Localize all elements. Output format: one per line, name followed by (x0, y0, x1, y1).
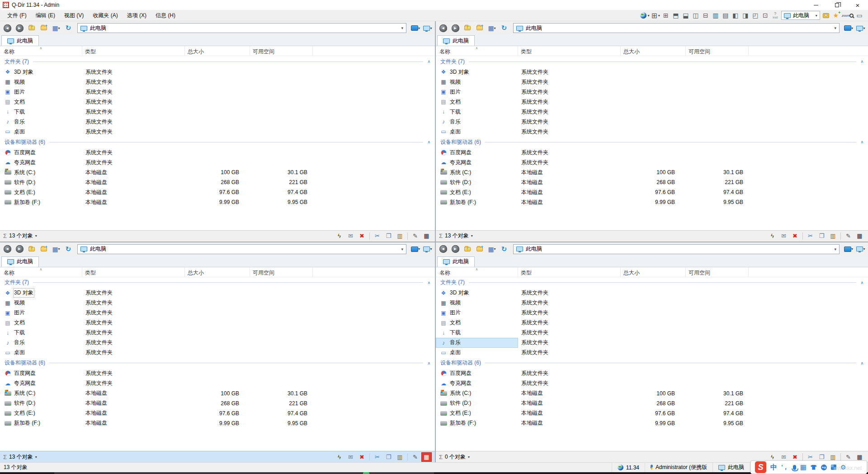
ime-settings-button[interactable]: ⚙ (840, 464, 846, 471)
item-name-cell[interactable]: 系统 (C:) (436, 167, 518, 177)
list-item[interactable]: ▣图片系统文件夹 (0, 87, 435, 97)
list-item[interactable]: 文档 (E:)本地磁盘97.6 GB97.4 GB (0, 408, 435, 418)
list-item[interactable]: ▭桌面系统文件夹 (436, 348, 868, 358)
column-header-0[interactable]: 名称∧ (0, 46, 82, 56)
send-mail-button[interactable]: ✉ (778, 231, 789, 241)
copy-button[interactable]: ❐ (816, 231, 827, 241)
item-name-cell[interactable]: 系统 (C:) (0, 167, 82, 177)
list-item[interactable]: ↓下载系统文件夹 (436, 107, 868, 117)
item-name-cell[interactable]: ♪音乐 (0, 117, 82, 127)
group-header[interactable]: 设备和驱动器 (6)∧ (0, 358, 435, 369)
item-name-cell[interactable]: ▣图片 (0, 308, 82, 318)
list-item[interactable]: 新加卷 (F:)本地磁盘9.99 GB9.95 GB (436, 197, 868, 207)
list-item[interactable]: ♪音乐系统文件夹 (436, 117, 868, 127)
paste-button[interactable]: ▥ (395, 452, 405, 462)
list-item[interactable]: 软件 (D:)本地磁盘268 GB221 GB (0, 398, 435, 408)
list-item[interactable]: ▦视频系统文件夹 (436, 298, 868, 308)
item-name-cell[interactable]: 文档 (E:) (0, 187, 82, 197)
list-item[interactable]: ↓下载系统文件夹 (436, 328, 868, 338)
desktop-dropdown-button[interactable]: ▾ (855, 23, 866, 33)
list-item[interactable]: ▤文档系统文件夹 (0, 318, 435, 328)
add-favorite-button[interactable]: ★+ (832, 11, 840, 20)
column-header-0[interactable]: 名称∧ (0, 267, 82, 277)
list-item[interactable]: ▣图片系统文件夹 (436, 308, 868, 318)
ime-punctuation-toggle[interactable]: ’， (781, 463, 789, 471)
save-button[interactable] (822, 11, 830, 20)
column-header-2[interactable]: 总大小 (185, 267, 250, 277)
layout-preset-4pane-button[interactable]: ⊞ (662, 11, 670, 20)
list-item[interactable]: 软件 (D:)本地磁盘268 GB221 GB (0, 177, 435, 187)
grid-view-button[interactable]: ▦ (854, 231, 865, 241)
item-name-cell[interactable]: ▦视频 (436, 298, 518, 308)
item-name-cell[interactable]: 百度网盘 (0, 147, 82, 157)
list-item[interactable]: ♪音乐系统文件夹 (0, 117, 435, 127)
item-name-cell[interactable]: ▭桌面 (436, 348, 518, 358)
item-name-cell[interactable]: ▦视频 (0, 298, 82, 308)
collapse-chevron-icon[interactable]: ∧ (427, 361, 430, 365)
folder-view-dropdown-button[interactable]: ▾ (410, 244, 421, 255)
item-name-cell[interactable]: ▦视频 (0, 77, 82, 87)
pane-object-count[interactable]: 13 个对象 (9, 453, 33, 461)
new-folder-button[interactable] (474, 244, 485, 255)
address-bar[interactable]: 此电脑▾ (513, 244, 840, 254)
forward-button[interactable]: ► (14, 244, 25, 255)
address-bar[interactable]: 此电脑▾ (513, 23, 840, 33)
list-item[interactable]: ☁夸克网盘系统文件夹 (436, 379, 868, 389)
cut-button[interactable]: ✂ (372, 231, 382, 241)
list-item[interactable]: ▣图片系统文件夹 (0, 308, 435, 318)
back-button[interactable]: ◄ (438, 23, 448, 33)
refresh-button[interactable]: ↻ (63, 244, 74, 255)
layout-preset-three-rows-button[interactable]: ▤ (722, 11, 730, 20)
address-dropdown-icon[interactable]: ▾ (401, 26, 403, 30)
panel-toggle-button[interactable]: ▭ (855, 11, 863, 20)
list-item[interactable]: ▤文档系统文件夹 (436, 318, 868, 328)
ime-keyboard-button[interactable]: ▦ (800, 463, 807, 471)
ime-language-toggle[interactable]: 中 (770, 463, 777, 472)
folder-up-button[interactable] (26, 244, 37, 255)
column-header-2[interactable]: 总大小 (621, 46, 686, 56)
collapse-chevron-icon[interactable]: ∧ (427, 280, 430, 285)
list-item[interactable]: 系统 (C:)本地磁盘100 GB30.1 GB (0, 389, 435, 398)
list-item[interactable]: ▣图片系统文件夹 (436, 87, 868, 97)
layout-preset-two-rows-button[interactable]: ⊟ (702, 11, 710, 20)
list-item[interactable]: ▦视频系统文件夹 (436, 77, 868, 87)
sogou-logo-icon[interactable]: S (755, 461, 766, 473)
quick-actions-button[interactable]: ϟ (334, 452, 344, 462)
folder-up-button[interactable] (462, 23, 473, 33)
list-item[interactable]: 百度网盘系统文件夹 (0, 369, 435, 379)
list-item[interactable]: ❖3D 对象系统文件夹 (436, 288, 868, 298)
item-name-cell[interactable]: 新加卷 (F:) (0, 197, 82, 207)
view-mode-button[interactable]: ▦▾ (486, 23, 497, 33)
item-name-cell[interactable]: ▭桌面 (0, 127, 82, 137)
list-item[interactable]: ☁夸克网盘系统文件夹 (0, 379, 435, 389)
column-header-1[interactable]: 类型 (82, 46, 185, 56)
folder-view-dropdown-button[interactable]: ▾ (843, 244, 854, 255)
group-header[interactable]: 文件夹 (7)∧ (0, 277, 435, 288)
item-name-cell[interactable]: ☁夸克网盘 (436, 157, 518, 167)
menu-1[interactable]: 编辑 (E) (31, 10, 60, 21)
list-item[interactable]: 系统 (C:)本地磁盘100 GB30.1 GB (436, 389, 868, 398)
forward-button[interactable]: ► (450, 244, 461, 255)
layout-preset-three-cols-button[interactable]: ▥ (712, 11, 720, 20)
back-button[interactable]: ◄ (2, 23, 13, 33)
minimize-button[interactable] (806, 0, 826, 10)
tab-this-pc[interactable]: 此电脑 (437, 35, 475, 46)
list-item[interactable]: 文档 (E:)本地磁盘97.6 GB97.4 GB (436, 408, 868, 418)
item-name-cell[interactable]: 软件 (D:) (436, 177, 518, 187)
item-name-cell[interactable]: ▣图片 (436, 308, 518, 318)
item-name-cell[interactable]: 软件 (D:) (0, 177, 82, 187)
list-item[interactable]: ↓下载系统文件夹 (0, 328, 435, 338)
rename-button[interactable]: ✎ (410, 231, 420, 241)
ime-skin-button[interactable] (811, 465, 817, 470)
list-item[interactable]: 软件 (D:)本地磁盘268 GB221 GB (436, 177, 868, 187)
item-name-cell[interactable]: 文档 (E:) (436, 187, 518, 197)
collapse-chevron-icon[interactable]: ∧ (860, 280, 863, 285)
layout-preset-right-pane-button[interactable]: ◨ (741, 11, 750, 20)
list-item[interactable]: ▦视频系统文件夹 (0, 77, 435, 87)
column-header-2[interactable]: 总大小 (185, 46, 250, 56)
item-name-cell[interactable]: ❖3D 对象 (436, 67, 518, 77)
layout-preset-split-top-button[interactable]: ⬓ (682, 11, 690, 20)
menu-2[interactable]: 视图 (V) (60, 10, 88, 21)
copy-button[interactable]: ❐ (383, 452, 394, 462)
collapse-chevron-icon[interactable]: ∧ (860, 361, 863, 365)
